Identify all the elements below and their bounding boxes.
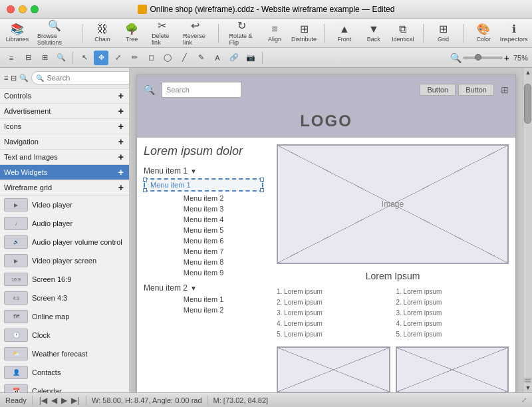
wf-menu-header-2[interactable]: Menu item 2 ▼ — [144, 282, 263, 294]
chain-button[interactable]: ⛓ Chain — [90, 23, 114, 44]
nav-last-button[interactable]: ▶| — [70, 396, 80, 405]
wf-menu-item-8[interactable]: Menu item 8 — [144, 257, 263, 267]
wf-menu-item-5[interactable]: Menu item 5 — [144, 225, 263, 235]
distribute-button[interactable]: ⊞ Distribute — [292, 23, 316, 44]
canvas-area[interactable]: 🔍 Search Button Button ⊞ LOGO Lorem ipsu… — [130, 68, 523, 392]
select-tool[interactable]: ↖ — [77, 51, 92, 65]
zoom-slider[interactable] — [463, 57, 503, 59]
align-button[interactable]: ≡ Align — [263, 23, 287, 44]
grid-button[interactable]: ⊞ Grid — [432, 23, 456, 44]
color-button[interactable]: 🎨 Color — [471, 23, 495, 44]
nav-prev-button[interactable]: ◀ — [50, 396, 59, 405]
wf-menu-header-1[interactable]: Menu item 1 ▼ — [144, 165, 263, 177]
wf-image-label: Image — [382, 200, 404, 209]
widget-clock[interactable]: 🕐 Clock — [0, 326, 129, 344]
nav-next-button[interactable]: ▶ — [60, 396, 68, 405]
inspectors-button[interactable]: ℹ Inspectors — [501, 23, 527, 44]
section-web-widgets[interactable]: Web Widgets + — [0, 165, 129, 180]
scroll-down-button[interactable]: ▼ — [523, 383, 532, 392]
back-button[interactable]: ▼ Back — [362, 23, 386, 44]
wf-filter-icon[interactable]: ⊞ — [501, 84, 509, 95]
widget-weather[interactable]: ⛅ Weather forecast — [0, 344, 129, 363]
section-wireframe-grid[interactable]: Wireframe grid + — [0, 180, 129, 196]
scroll-up-button[interactable]: ▲ — [523, 68, 532, 77]
section-text-images[interactable]: Text and Images + — [0, 150, 129, 165]
libraries-button[interactable]: 📚 Libraries — [5, 23, 29, 44]
section-advertisement[interactable]: Advertisement + — [0, 104, 129, 119]
wf-menu-item-6[interactable]: Menu item 6 — [144, 235, 263, 246]
panel-collapse-button[interactable]: ≡ — [4, 70, 8, 85]
tree-button[interactable]: 🌳 Tree — [120, 23, 144, 44]
wf-menu-item-3[interactable]: Menu item 3 — [144, 204, 263, 214]
reverse-link-button[interactable]: ↩ Reverse link — [180, 19, 210, 47]
panel-toggle-button[interactable]: ≡ — [4, 51, 19, 65]
front-button[interactable]: ▲ Front — [332, 23, 356, 44]
section-add-icon[interactable]: + — [118, 106, 124, 116]
wf-small-images — [277, 346, 509, 392]
nav-first-button[interactable]: |◀ — [38, 396, 49, 405]
widget-video-player[interactable]: ▶ Video player — [0, 196, 129, 214]
rotate-flip-button[interactable]: ↻ Rotate & Flip — [227, 19, 257, 47]
wf-menu2-item-1[interactable]: Menu item 1 — [144, 294, 263, 305]
link-tool[interactable]: 🔗 — [227, 51, 241, 65]
wf-menu-item-2[interactable]: Menu item 2 — [144, 193, 263, 204]
section-add-icon[interactable]: + — [118, 121, 124, 132]
rect-tool[interactable]: ◻ — [144, 51, 158, 65]
ellipse-tool[interactable]: ◯ — [160, 51, 175, 65]
section-icons[interactable]: Icons + — [0, 119, 129, 134]
main-toolbar: 📚 Libraries 🔍 Browse Solutions ⛓ Chain 🌳… — [0, 19, 532, 48]
zoom-in-button[interactable]: + — [504, 53, 509, 63]
zoom-out-button[interactable]: 🔍 — [450, 53, 462, 63]
section-add-icon[interactable]: + — [118, 182, 124, 193]
widget-calendar[interactable]: 📅 Calendar — [0, 382, 129, 392]
widget-audio-volume[interactable]: 🔊 Audio player volume control — [0, 233, 129, 251]
list-view-button[interactable]: ⊟ — [21, 51, 35, 65]
window-controls[interactable] — [7, 5, 39, 13]
section-navigation[interactable]: Navigation + — [0, 134, 129, 150]
widget-audio-player[interactable]: ♪ Audio player — [0, 214, 129, 233]
wf-lorem-cols: 1. Lorem ipsum 2. Lorem ipsum 3. Lorem i… — [277, 287, 509, 340]
section-add-icon[interactable]: + — [118, 136, 124, 147]
text-tool[interactable]: A — [210, 51, 225, 65]
wf-button-2[interactable]: Button — [458, 84, 494, 96]
wf-menu-item-4[interactable]: Menu item 4 — [144, 214, 263, 225]
line-tool[interactable]: ╱ — [177, 51, 192, 65]
section-add-icon[interactable]: + — [118, 90, 124, 101]
widget-online-map[interactable]: 🗺 Online map — [0, 307, 129, 326]
wf-menu2-item-2[interactable]: Menu item 2 — [144, 305, 263, 315]
wf-menu-item-7[interactable]: Menu item 7 — [144, 246, 263, 257]
panel-search-toggle[interactable]: 🔍 — [19, 70, 29, 85]
pen-tool[interactable]: ✎ — [194, 51, 208, 65]
wf-header: 🔍 Search Button Button ⊞ — [137, 75, 515, 104]
image-tool[interactable]: 📷 — [243, 51, 258, 65]
widget-screen-43[interactable]: 4:3 Screen 4:3 — [0, 289, 129, 307]
wf-menu-item-9[interactable]: Menu item 9 — [144, 267, 263, 278]
reverse-link-icon: ↩ — [191, 21, 200, 31]
scrollbar-track[interactable] — [523, 77, 532, 378]
identical-button[interactable]: ⧉ Identical — [391, 23, 415, 44]
section-controls[interactable]: Controls + — [0, 88, 129, 104]
section-add-icon-active[interactable]: + — [118, 167, 124, 178]
panel-search-button[interactable]: 🔍 — [54, 51, 68, 65]
close-button[interactable] — [7, 5, 15, 13]
wf-search-box[interactable]: Search — [162, 82, 241, 98]
grid-view-button[interactable]: ⊞ — [37, 51, 52, 65]
wf-button-1[interactable]: Button — [420, 84, 456, 96]
move-tool[interactable]: ✥ — [94, 51, 108, 65]
right-scrollbar[interactable]: ▲ ▼ — [523, 68, 532, 392]
resize-tool[interactable]: ⤢ — [110, 51, 125, 65]
section-add-icon[interactable]: + — [118, 152, 124, 162]
panel-grid-button[interactable]: ⊟ — [11, 70, 17, 85]
scrollbar-thumb[interactable] — [524, 84, 531, 124]
panel-search-input[interactable] — [31, 71, 130, 84]
delete-link-button[interactable]: ✂ Delete link — [149, 19, 175, 47]
wf-menu-selected-item[interactable]: Menu item 1 — [144, 178, 263, 192]
widget-video-screen[interactable]: ▶ Video player screen — [0, 251, 129, 270]
widget-contacts[interactable]: 👤 Contacts — [0, 363, 129, 382]
browse-solutions-button[interactable]: 🔍 Browse Solutions — [35, 19, 74, 47]
draw-tool[interactable]: ✏ — [127, 51, 142, 65]
minimize-button[interactable] — [19, 5, 27, 13]
maximize-button[interactable] — [31, 5, 39, 13]
widget-screen-169[interactable]: 16:9 Screen 16:9 — [0, 270, 129, 289]
align-icon: ≡ — [271, 24, 277, 35]
